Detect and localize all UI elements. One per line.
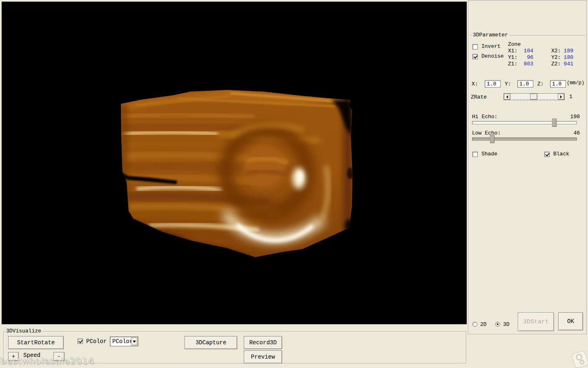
left-arrow-icon <box>506 95 508 99</box>
render-viewport[interactable] <box>2 2 467 324</box>
seller-watermark-logo-icon <box>571 351 588 368</box>
denoise-label: Denoise <box>481 53 504 60</box>
low-echo-value: 46 <box>564 130 580 137</box>
low-echo-label: Low Echo: <box>472 130 501 137</box>
parameter-panel-title: 3DParameter <box>472 32 509 38</box>
chevron-down-icon <box>133 341 136 343</box>
shade-label: Shade <box>481 151 497 157</box>
invert-checkbox[interactable] <box>472 44 478 49</box>
zone-z2-value: 941 <box>559 61 573 67</box>
hi-echo-slider-track[interactable] <box>472 121 577 124</box>
scale-z-input[interactable] <box>550 80 566 88</box>
start3d-button[interactable]: 3DStart <box>518 312 554 331</box>
mode-3d-radio[interactable] <box>495 322 500 327</box>
ok-button[interactable]: OK <box>558 312 583 330</box>
black-checkbox[interactable] <box>544 152 550 157</box>
low-echo-slider-track[interactable] <box>472 137 577 141</box>
zrate-scrollbar[interactable] <box>503 93 565 100</box>
black-label: Black <box>553 151 569 157</box>
right-arrow-icon <box>560 95 562 99</box>
scale-y-input[interactable] <box>517 80 533 88</box>
zrate-left-arrow-button[interactable] <box>504 94 510 100</box>
hi-echo-label: Hi Echo: <box>472 114 497 120</box>
zone-z1-label: Z1: <box>508 61 517 67</box>
scale-unit-label: (mm/p) <box>567 80 584 86</box>
hi-echo-slider-thumb[interactable] <box>552 119 557 127</box>
mode-2d-radio[interactable] <box>472 322 477 327</box>
scale-x-input[interactable] <box>485 80 501 88</box>
zone-y2-value: 180 <box>559 54 573 61</box>
zone-x1-value: 104 <box>519 48 533 54</box>
zrate-right-arrow-button[interactable] <box>558 94 564 100</box>
ultrasound-volume-image <box>2 2 467 324</box>
pcolor-checkbox-label: PColor <box>86 338 107 345</box>
zrate-label: ZRate <box>471 94 487 101</box>
mode-3d-label: 3D <box>503 321 510 328</box>
invert-label: Invert <box>481 43 501 50</box>
scale-x-label: X: <box>472 81 478 88</box>
capture3d-button[interactable]: 3DCapture <box>185 336 237 349</box>
scale-y-label: Y: <box>505 81 511 88</box>
ultrasound-3d-app: { "window": { "watermark_text": "bestwho… <box>0 0 588 368</box>
low-echo-slider-thumb[interactable] <box>490 135 494 143</box>
pcolor-dropdown[interactable]: PColor <box>110 337 138 346</box>
mode-2d-label: 2D <box>480 321 487 328</box>
zrate-scrollbar-thumb[interactable] <box>530 94 537 100</box>
shade-checkbox[interactable] <box>472 152 478 157</box>
visualize-panel-title: 3DVisualize <box>5 328 42 334</box>
zone-x2-value: 189 <box>559 48 573 54</box>
record3d-button[interactable]: Record3D <box>244 336 282 349</box>
preview-button[interactable]: Preview <box>244 350 282 364</box>
hi-echo-value: 198 <box>564 114 580 120</box>
zone-title: Zone <box>508 41 521 48</box>
denoise-checkbox[interactable] <box>472 54 478 59</box>
scale-z-label: Z: <box>537 81 544 88</box>
zone-z1-value: 803 <box>519 61 533 67</box>
pcolor-dropdown-button[interactable] <box>131 337 138 346</box>
pcolor-dropdown-value: PColor <box>112 338 133 345</box>
pcolor-checkbox[interactable] <box>78 339 83 344</box>
zone-y1-label: Y1: <box>508 54 517 61</box>
zone-y1-value: 96 <box>519 54 533 61</box>
start-rotate-button[interactable]: StartRotate <box>8 336 64 349</box>
zrate-value: 1 <box>569 94 572 100</box>
zone-x1-label: X1: <box>508 48 517 54</box>
seller-watermark-text: bestwholesale2014 <box>0 356 94 366</box>
